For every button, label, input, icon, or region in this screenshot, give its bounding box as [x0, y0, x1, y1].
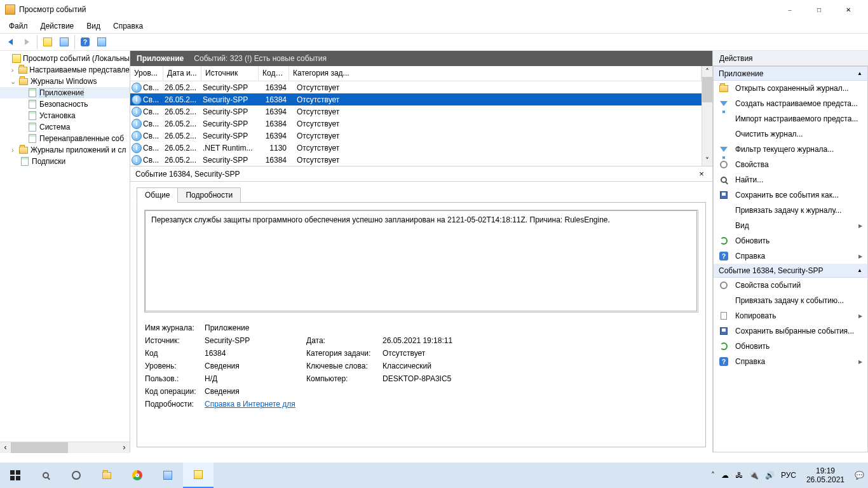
event-vscroll[interactable]: ˄ ˅: [702, 66, 712, 166]
start-button[interactable]: [0, 463, 31, 488]
tray-up-icon[interactable]: ˄: [711, 471, 715, 480]
actions-section-event[interactable]: Событие 16384, Security-SPP▲: [714, 264, 867, 278]
tree-setup[interactable]: Установка: [0, 110, 130, 121]
prop-opcode-k: Код операции:: [145, 387, 205, 396]
event-row[interactable]: iСв...26.05.2...Security-SPP16384Отсутст…: [130, 93, 702, 105]
event-columns: Уров... Дата и... Источник Код с... Кате…: [130, 66, 702, 81]
info-icon: i: [132, 83, 142, 93]
forward-button[interactable]: [19, 34, 34, 50]
toolbar-btn-3[interactable]: ?: [78, 34, 93, 50]
tree-application[interactable]: Приложение: [0, 87, 130, 98]
help-link[interactable]: Справка в Интернете для: [205, 400, 295, 409]
action-properties[interactable]: Свойства: [714, 157, 867, 172]
tree-subscriptions[interactable]: Подписки: [0, 156, 130, 167]
menu-view[interactable]: Вид: [81, 20, 105, 32]
info-icon: i: [132, 95, 142, 105]
scroll-right-icon[interactable]: ›: [119, 442, 130, 453]
tray-clock[interactable]: 19:19 26.05.2021: [803, 466, 848, 484]
tree-hscroll[interactable]: ‹ ›: [0, 442, 130, 452]
scroll-thumb[interactable]: [702, 77, 713, 102]
col-code[interactable]: Код с...: [259, 66, 289, 81]
prop-user-v: Н/Д: [205, 374, 306, 383]
tray-network-icon[interactable]: 🖧: [735, 471, 743, 480]
center-title: Приложение: [137, 54, 184, 63]
tray-lang[interactable]: РУС: [781, 471, 796, 480]
event-row[interactable]: iСв...26.05.2...Security-SPP16384Отсутст…: [130, 118, 702, 130]
toolbar-btn-1[interactable]: [40, 34, 55, 50]
back-button[interactable]: [3, 34, 18, 50]
prop-kw-k: Ключевые слова:: [306, 362, 383, 370]
tab-general[interactable]: Общие: [137, 187, 178, 203]
action-event-props[interactable]: Свойства событий: [714, 278, 867, 293]
tab-details[interactable]: Подробности: [177, 187, 241, 203]
menu-file[interactable]: Файл: [4, 20, 33, 32]
tree-app-services[interactable]: ›Журналы приложений и сл: [0, 144, 130, 156]
taskbar-cortana[interactable]: [61, 463, 92, 488]
scroll-thumb[interactable]: [11, 442, 68, 453]
taskbar-chrome[interactable]: [122, 463, 153, 488]
search-icon: [43, 472, 49, 478]
action-find[interactable]: Найти...: [714, 172, 867, 187]
tree-system[interactable]: Система: [0, 121, 130, 133]
event-row[interactable]: iСв...26.05.2...Security-SPP16394Отсутст…: [130, 130, 702, 142]
maximize-button[interactable]: □: [804, 0, 834, 19]
submenu-icon: ▶: [858, 223, 862, 229]
action-refresh-2[interactable]: Обновить: [714, 339, 867, 354]
tree-custom-views[interactable]: ›Настраиваемые представле: [0, 64, 130, 76]
prop-source-v: Security-SPP: [205, 336, 306, 345]
prop-logname-v: Приложение: [205, 323, 306, 332]
tray-onedrive-icon[interactable]: ☁: [721, 471, 729, 480]
action-import-custom[interactable]: Импорт настраиваемого предста...: [714, 111, 867, 126]
close-button[interactable]: ✕: [834, 0, 863, 19]
toolbar-btn-2[interactable]: [57, 34, 72, 50]
scroll-down-icon[interactable]: ˅: [702, 155, 712, 166]
action-filter-log[interactable]: Фильтр текущего журнала...: [714, 142, 867, 157]
minimize-button[interactable]: –: [775, 0, 804, 19]
tree-root[interactable]: Просмотр событий (Локальны: [0, 53, 130, 64]
taskbar-search[interactable]: [31, 463, 61, 488]
action-save-all[interactable]: Сохранить все события как...: [714, 187, 867, 203]
action-clear-log[interactable]: Очистить журнал...: [714, 126, 867, 142]
col-date[interactable]: Дата и...: [163, 66, 201, 81]
event-description: Перезапуск службы защиты программного об…: [145, 210, 698, 312]
event-row[interactable]: iСв...26.05.2...Security-SPP16394Отсутст…: [130, 105, 702, 118]
action-create-custom[interactable]: Создать настраиваемое предста...: [714, 96, 867, 111]
toolbar-btn-4[interactable]: [94, 34, 109, 50]
action-attach-task-event[interactable]: Привязать задачу к событию...: [714, 293, 867, 308]
tree-windows-logs[interactable]: ⌄Журналы Windows: [0, 76, 130, 87]
prop-user-k: Пользов.:: [145, 374, 205, 383]
event-row[interactable]: iСв...26.05.2...Security-SPP16394Отсутст…: [130, 81, 702, 93]
col-category[interactable]: Категория зад...: [289, 66, 702, 81]
taskbar-eventvwr[interactable]: [183, 463, 214, 488]
action-refresh[interactable]: Обновить: [714, 233, 867, 248]
folder-icon: [102, 472, 111, 479]
event-row[interactable]: iСв...26.05.2....NET Runtim...1130Отсутс…: [130, 142, 702, 154]
detail-close-button[interactable]: ×: [696, 169, 707, 179]
tree-security[interactable]: Безопасность: [0, 98, 130, 110]
action-view[interactable]: Вид▶: [714, 218, 867, 233]
taskbar-explorer[interactable]: [92, 463, 122, 488]
submenu-icon: ▶: [858, 313, 862, 319]
menu-help[interactable]: Справка: [108, 20, 148, 32]
action-save-selected[interactable]: Сохранить выбранные события...: [714, 323, 867, 339]
action-help-2[interactable]: ?Справка▶: [714, 354, 867, 369]
action-help[interactable]: ?Справка▶: [714, 248, 867, 264]
col-level[interactable]: Уров...: [130, 66, 163, 81]
scroll-left-icon[interactable]: ‹: [0, 442, 11, 453]
taskbar-app-1[interactable]: [153, 463, 183, 488]
action-attach-task-log[interactable]: Привязать задачу к журналу...: [714, 203, 867, 218]
prop-source-k: Источник:: [145, 336, 205, 345]
event-row[interactable]: iСв...26.05.2...Security-SPP16384Отсутст…: [130, 154, 702, 166]
menu-action[interactable]: Действие: [36, 20, 79, 32]
tray-power-icon[interactable]: 🔌: [749, 471, 759, 480]
action-open-saved[interactable]: Открыть сохраненный журнал...: [714, 81, 867, 96]
action-copy[interactable]: Копировать▶: [714, 308, 867, 323]
tray-volume-icon[interactable]: 🔊: [765, 471, 775, 480]
tray-notifications-icon[interactable]: 💬: [855, 471, 864, 480]
scroll-up-icon[interactable]: ˄: [702, 66, 712, 77]
collapse-icon: ▲: [857, 268, 862, 273]
col-source[interactable]: Источник: [201, 66, 259, 81]
prop-level-k: Уровень:: [145, 362, 205, 370]
actions-section-app[interactable]: Приложение▲: [714, 67, 867, 81]
tree-forwarded[interactable]: Перенаправленные соб: [0, 133, 130, 144]
